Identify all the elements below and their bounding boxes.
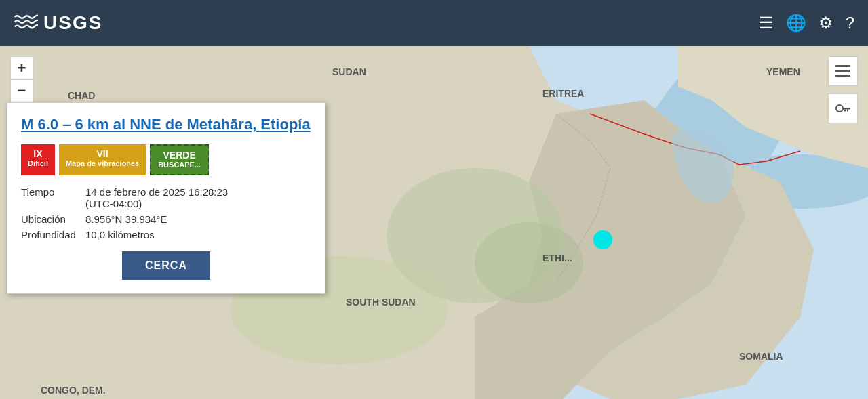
svg-point-8: [475, 222, 583, 303]
shaking-badge[interactable]: IX Difícil: [21, 144, 55, 175]
time-label: Tiempo: [21, 186, 85, 209]
logo-area: USGS: [14, 11, 102, 35]
layers-button[interactable]: [828, 56, 858, 86]
key-icon: [835, 103, 850, 114]
svg-point-13: [836, 105, 843, 112]
location-value: 8.956°N 39.934°E: [85, 213, 167, 225]
depth-value: 10,0 kilómetros: [85, 229, 155, 240]
time-row: Tiempo 14 de febrero de 2025 16:28:23 (U…: [21, 186, 311, 209]
popup-details: Tiempo 14 de febrero de 2025 16:28:23 (U…: [21, 186, 311, 240]
svg-rect-15: [847, 110, 848, 112]
header-icons: ☰ 🌐 ⚙ ?: [759, 14, 854, 33]
key-button[interactable]: [828, 93, 858, 123]
help-icon[interactable]: ?: [846, 14, 854, 33]
zoom-controls: + −: [10, 56, 33, 102]
badge-level-ix: IX: [28, 148, 48, 160]
alert-badges: IX Difícil VII Mapa de vibraciones VERDE…: [21, 144, 311, 175]
time-value: 14 de febrero de 2025 16:28:23 (UTC-04:0…: [85, 186, 228, 209]
svg-rect-14: [842, 108, 850, 110]
depth-label: Profundidad: [21, 229, 85, 240]
location-row: Ubicación 8.956°N 39.934°E: [21, 213, 311, 225]
popup-title[interactable]: M 6.0 – 6 km al NNE de Metahāra, Etiopía: [21, 115, 311, 135]
zoom-out-button[interactable]: −: [10, 79, 33, 102]
settings-icon[interactable]: ⚙: [818, 14, 833, 33]
badge-label-vii: Mapa de vibraciones: [66, 159, 139, 168]
badge-level-verde: VERDE: [158, 150, 201, 161]
svg-rect-12: [835, 75, 850, 77]
globe-icon[interactable]: 🌐: [786, 14, 806, 33]
usgs-wave-icon: [14, 11, 38, 35]
earthquake-popup: M 6.0 – 6 km al NNE de Metahāra, Etiopía…: [7, 102, 326, 294]
location-label: Ubicación: [21, 213, 85, 225]
badge-level-vii: VII: [66, 148, 139, 160]
app-header: USGS ☰ 🌐 ⚙ ?: [0, 0, 868, 46]
svg-rect-10: [835, 65, 850, 67]
map-container[interactable]: SUDAN CHAD ERITREA YEMEN ETHI... SOUTH S…: [0, 46, 868, 399]
svg-rect-11: [835, 70, 850, 72]
zoom-in-button[interactable]: +: [10, 56, 33, 79]
usgs-text: USGS: [43, 12, 102, 34]
depth-row: Profundidad 10,0 kilómetros: [21, 229, 311, 240]
svg-rect-16: [844, 110, 846, 112]
usgs-logo: USGS: [14, 11, 102, 35]
earthquake-marker[interactable]: [593, 230, 612, 249]
layers-icon: [835, 65, 850, 77]
pager-badge[interactable]: VERDE BUSCAPE...: [150, 144, 209, 175]
badge-label-verde: BUSCAPE...: [158, 161, 201, 169]
cerca-button[interactable]: CERCA: [122, 251, 210, 280]
badge-label-ix: Difícil: [28, 159, 48, 168]
shakemap-badge[interactable]: VII Mapa de vibraciones: [59, 144, 146, 175]
menu-icon[interactable]: ☰: [759, 14, 774, 33]
